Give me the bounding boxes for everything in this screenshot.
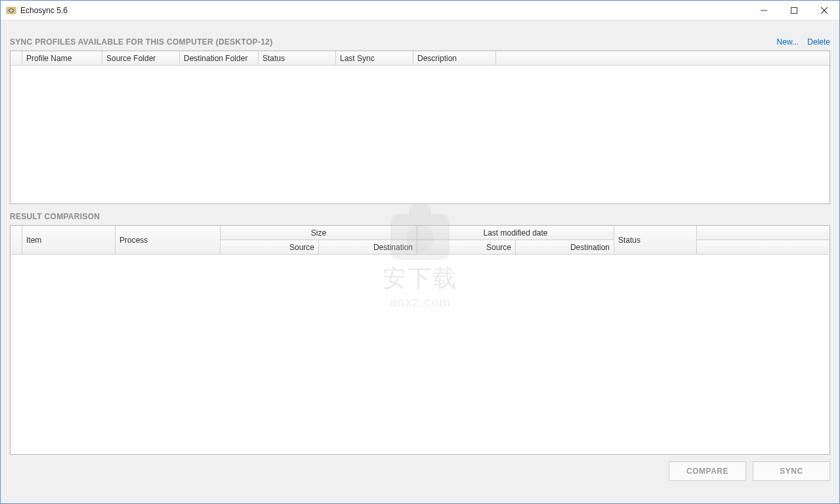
minimize-button[interactable] (749, 1, 779, 20)
profiles-section-title: SYNC PROFILES AVAILABLE FOR THIS COMPUTE… (10, 37, 272, 47)
results-section-header: RESULT COMPARISON (10, 212, 830, 221)
profiles-grid[interactable]: Profile Name Source Folder Destination F… (10, 51, 830, 204)
col-status[interactable]: Status (259, 51, 336, 66)
col-selector[interactable] (10, 51, 22, 66)
close-button[interactable] (809, 1, 839, 20)
profiles-grid-body[interactable] (10, 66, 830, 203)
app-icon (6, 5, 16, 16)
col-last-sync[interactable]: Last Sync (336, 51, 413, 66)
col-profile-name[interactable]: Profile Name (22, 51, 102, 66)
rcol-lm-source[interactable]: Source (417, 240, 516, 255)
window-title: Echosync 5.6 (20, 6, 68, 15)
rcol-trailing-bottom (697, 240, 830, 255)
delete-profile-link[interactable]: Delete (807, 37, 830, 47)
profiles-header-row: Profile Name Source Folder Destination F… (10, 51, 830, 66)
col-description[interactable]: Description (413, 51, 496, 66)
svg-rect-0 (7, 7, 16, 14)
rcol-size-source[interactable]: Source (220, 240, 319, 255)
col-destination-folder[interactable]: Destination Folder (180, 51, 259, 66)
new-profile-link[interactable]: New... (777, 37, 799, 47)
rcol-item[interactable]: Item (22, 226, 116, 255)
results-section-title: RESULT COMPARISON (10, 212, 100, 221)
col-filler (496, 51, 830, 66)
titlebar: Echosync 5.6 (1, 1, 839, 20)
rcol-lm-destination[interactable]: Destination (516, 240, 614, 255)
maximize-button[interactable] (779, 1, 809, 20)
results-grid[interactable]: Item Process Size Source Destination Las… (10, 225, 830, 455)
rcol-status[interactable]: Status (614, 226, 697, 255)
rcol-size[interactable]: Size (220, 226, 417, 240)
results-header-row: Item Process Size Source Destination Las… (10, 226, 830, 255)
rcol-trailing-top (697, 226, 830, 240)
rcol-process[interactable]: Process (116, 226, 220, 255)
profiles-section-header: SYNC PROFILES AVAILABLE FOR THIS COMPUTE… (10, 37, 830, 47)
results-grid-body[interactable] (10, 255, 830, 454)
svg-rect-2 (791, 7, 797, 13)
rcol-size-destination[interactable]: Destination (319, 240, 417, 255)
footer: COMPARE SYNC (10, 455, 830, 484)
col-source-folder[interactable]: Source Folder (102, 51, 180, 66)
rcol-last-modified[interactable]: Last modified date (417, 226, 614, 240)
compare-button[interactable]: COMPARE (669, 461, 746, 481)
sync-button[interactable]: SYNC (753, 461, 830, 481)
app-window: Echosync 5.6 安下载 anxz.com SYNC PROFILES … (0, 0, 840, 504)
rcol-selector[interactable] (10, 226, 22, 255)
content-area: 安下载 anxz.com SYNC PROFILES AVAILABLE FOR… (1, 20, 839, 503)
